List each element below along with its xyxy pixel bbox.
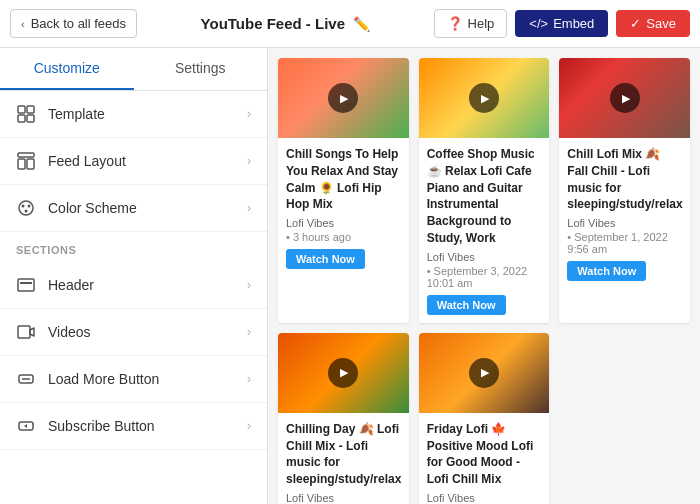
edit-icon[interactable]: ✏️: [353, 16, 370, 32]
video-thumbnail: [278, 333, 409, 413]
video-channel: Lofi Vibes: [427, 492, 542, 504]
svg-point-8: [22, 205, 25, 208]
code-icon: </>: [529, 16, 548, 31]
video-thumbnail: [278, 58, 409, 138]
help-label: Help: [468, 16, 495, 31]
back-button[interactable]: ‹ Back to all feeds: [10, 9, 137, 38]
sidebar-item-videos[interactable]: Videos ›: [0, 309, 267, 356]
video-thumbnail: [559, 58, 690, 138]
video-info: Friday Lofi 🍁 Positive Mood Lofi for Goo…: [419, 413, 550, 504]
svg-point-9: [28, 205, 31, 208]
layout-icon: [16, 151, 36, 171]
video-card: Chilling Day 🍂 Lofi Chill Mix - Lofi mus…: [278, 333, 409, 504]
video-card: Chill Lofi Mix 🍂 Fall Chill - Lofi music…: [559, 58, 690, 323]
template-label: Template: [48, 106, 105, 122]
palette-icon: [16, 198, 36, 218]
chevron-right-icon: ›: [247, 278, 251, 292]
chevron-right-icon: ›: [247, 201, 251, 215]
load-more-icon: [16, 369, 36, 389]
video-channel: Lofi Vibes: [286, 217, 401, 229]
video-title: Chill Songs To Help You Relax And Stay C…: [286, 146, 401, 213]
sidebar-item-template[interactable]: Template ›: [0, 91, 267, 138]
check-icon: ✓: [630, 16, 641, 31]
svg-rect-6: [27, 159, 34, 169]
topbar: ‹ Back to all feeds YouTube Feed - Live …: [0, 0, 700, 48]
video-channel: Lofi Vibes: [286, 492, 401, 504]
tab-settings[interactable]: Settings: [134, 48, 268, 90]
svg-rect-11: [18, 279, 34, 291]
feed-layout-label: Feed Layout: [48, 153, 126, 169]
video-title: Friday Lofi 🍁 Positive Mood Lofi for Goo…: [427, 421, 542, 488]
tab-customize[interactable]: Customize: [0, 48, 134, 90]
play-button[interactable]: [610, 83, 640, 113]
sidebar-item-load-more[interactable]: Load More Button ›: [0, 356, 267, 403]
video-title: Chilling Day 🍂 Lofi Chill Mix - Lofi mus…: [286, 421, 401, 488]
video-info: Chilling Day 🍂 Lofi Chill Mix - Lofi mus…: [278, 413, 409, 504]
chevron-right-icon: ›: [247, 372, 251, 386]
video-thumbnail: [419, 58, 550, 138]
template-icon: [16, 104, 36, 124]
svg-rect-13: [18, 326, 30, 338]
chevron-left-icon: ‹: [21, 18, 25, 30]
video-grid: Chill Songs To Help You Relax And Stay C…: [278, 58, 690, 504]
content-area: Chill Songs To Help You Relax And Stay C…: [268, 48, 700, 504]
watch-now-button[interactable]: Watch Now: [567, 261, 646, 281]
chevron-right-icon: ›: [247, 154, 251, 168]
svg-point-7: [19, 201, 33, 215]
subscribe-label: Subscribe Button: [48, 418, 155, 434]
chevron-right-icon: ›: [247, 107, 251, 121]
feed-title-text: YouTube Feed - Live: [201, 15, 345, 32]
feed-title-container: YouTube Feed - Live ✏️: [201, 15, 370, 32]
sidebar-item-color-scheme[interactable]: Color Scheme ›: [0, 185, 267, 232]
video-channel: Lofi Vibes: [427, 251, 542, 263]
video-date: • 3 hours ago: [286, 231, 401, 243]
video-date: • September 3, 2022 10:01 am: [427, 265, 542, 289]
svg-point-10: [25, 210, 28, 213]
video-date: • September 1, 2022 9:56 am: [567, 231, 682, 255]
sidebar-item-feed-layout[interactable]: Feed Layout ›: [0, 138, 267, 185]
video-icon: [16, 322, 36, 342]
help-circle-icon: ❓: [447, 16, 463, 31]
topbar-actions: ❓ Help </> Embed ✓ Save: [434, 9, 690, 38]
sidebar-item-subscribe[interactable]: Subscribe Button ›: [0, 403, 267, 450]
video-info: Chill Songs To Help You Relax And Stay C…: [278, 138, 409, 277]
video-card: Chill Songs To Help You Relax And Stay C…: [278, 58, 409, 323]
load-more-label: Load More Button: [48, 371, 159, 387]
sections-label: SECTIONS: [0, 232, 267, 262]
chevron-right-icon: ›: [247, 325, 251, 339]
svg-rect-0: [18, 106, 25, 113]
play-button[interactable]: [469, 83, 499, 113]
help-button[interactable]: ❓ Help: [434, 9, 508, 38]
svg-rect-12: [20, 282, 32, 284]
svg-rect-2: [18, 115, 25, 122]
video-info: Coffee Shop Music ☕ Relax Lofi Cafe Pian…: [419, 138, 550, 323]
sidebar-tabs: Customize Settings: [0, 48, 267, 91]
videos-label: Videos: [48, 324, 91, 340]
video-title: Coffee Shop Music ☕ Relax Lofi Cafe Pian…: [427, 146, 542, 247]
watch-now-button[interactable]: Watch Now: [286, 249, 365, 269]
save-label: Save: [646, 16, 676, 31]
svg-rect-5: [18, 159, 25, 169]
play-button[interactable]: [469, 358, 499, 388]
back-label: Back to all feeds: [31, 16, 126, 31]
sidebar: Customize Settings Template ›: [0, 48, 268, 504]
svg-rect-4: [18, 153, 34, 157]
play-button[interactable]: [328, 358, 358, 388]
save-button[interactable]: ✓ Save: [616, 10, 690, 37]
embed-button[interactable]: </> Embed: [515, 10, 608, 37]
video-channel: Lofi Vibes: [567, 217, 682, 229]
chevron-right-icon: ›: [247, 419, 251, 433]
sidebar-item-header[interactable]: Header ›: [0, 262, 267, 309]
video-info: Chill Lofi Mix 🍂 Fall Chill - Lofi music…: [559, 138, 690, 289]
svg-rect-3: [27, 115, 34, 122]
watch-now-button[interactable]: Watch Now: [427, 295, 506, 315]
play-button[interactable]: [328, 83, 358, 113]
color-scheme-label: Color Scheme: [48, 200, 137, 216]
video-thumbnail: [419, 333, 550, 413]
header-icon: [16, 275, 36, 295]
video-card: Coffee Shop Music ☕ Relax Lofi Cafe Pian…: [419, 58, 550, 323]
video-title: Chill Lofi Mix 🍂 Fall Chill - Lofi music…: [567, 146, 682, 213]
embed-label: Embed: [553, 16, 594, 31]
video-card: Friday Lofi 🍁 Positive Mood Lofi for Goo…: [419, 333, 550, 504]
subscribe-icon: [16, 416, 36, 436]
